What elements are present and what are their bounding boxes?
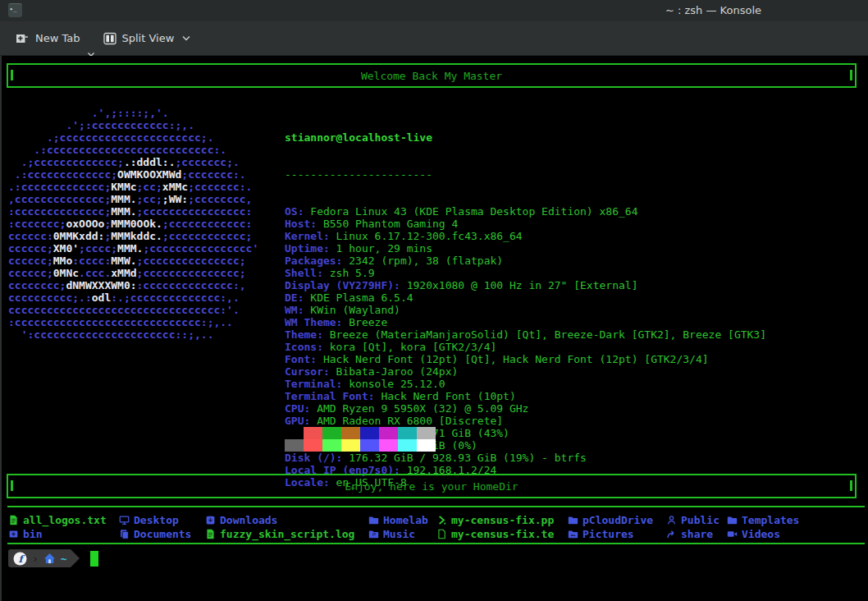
listing-item: Downloads (205, 513, 277, 526)
new-tab-button[interactable]: New Tab (15, 32, 80, 45)
info-value: 1 hour, 29 mins (330, 242, 432, 255)
info-value: 2342 (rpm), 38 (flatpak) (342, 255, 503, 267)
info-value: Breeze (342, 316, 387, 328)
listing-item: Videos (727, 527, 780, 540)
palette-row-normal (285, 427, 436, 439)
split-view-label: Split View (122, 32, 175, 44)
welcome-banner-text: Welcome Back My Master (361, 70, 502, 82)
prompt-segment: f › ~ (8, 549, 71, 567)
fedora-logo-icon: f (13, 552, 27, 566)
palette-swatch (379, 439, 398, 452)
listing-item-label: fuzzy_skin_script.log (220, 528, 354, 540)
info-line: Shell: zsh 5.9 (285, 267, 766, 279)
terminal-screen[interactable]: Welcome Back My Master .',;::::;,'. .';:… (0, 56, 868, 601)
chevron-down-icon[interactable] (181, 35, 191, 42)
listing-item-label: Music (383, 528, 415, 540)
info-line: DE: KDE Plasma 6.5.4 (285, 291, 766, 304)
palette-swatch (417, 427, 436, 439)
info-value: Hack Nerd Font (12pt) [Qt], Hack Nerd Fo… (317, 353, 708, 365)
listing-item: my-census-fix.pp (436, 513, 554, 526)
info-label: DE: (285, 291, 304, 304)
listing-item-label: Videos (742, 528, 780, 540)
info-label: Theme: (285, 328, 323, 341)
info-line: Icons: kora [Qt], kora [GTK2/3/4] (285, 341, 766, 353)
documents-icon (119, 529, 130, 539)
info-value: Fedora Linux 43 (KDE Plasma Desktop Edit… (304, 205, 637, 218)
ascii-art-line: ':cccccccccccccccccccccc::;,.. (8, 328, 258, 341)
ascii-art-line: .',;::::;,'. (8, 107, 258, 119)
folder-icon (368, 515, 379, 525)
listing-item: Public (666, 513, 720, 526)
folder-image-icon (568, 529, 578, 539)
ascii-art-line: ,cccccccccccccc;MMM.;cc;;WW:;cccccccc, (8, 193, 258, 205)
info-separator: ----------------------- (285, 168, 766, 181)
share-icon (666, 529, 677, 539)
file-icon (436, 529, 447, 539)
home-icon (43, 553, 56, 564)
listing-item: all_logos.txt (8, 513, 107, 526)
listing-item-label: bin (23, 528, 42, 540)
ascii-art-line: :ccccccc;oxOOOo;MMM0OOk.;cccccccccccc: (8, 218, 258, 230)
info-line: Host: B550 Phantom Gaming 4 (285, 218, 766, 230)
ascii-art-line: :ccccccccccccccccccccccccccccc:;,.. (8, 316, 258, 328)
info-label: Kernel: (285, 230, 330, 242)
palette-swatch (398, 439, 417, 452)
person-icon (666, 515, 677, 525)
listing-item-label: my-census-fix.pp (451, 514, 554, 526)
palette-swatch (341, 427, 360, 439)
info-label: Icons: (285, 341, 323, 353)
info-value: konsole 25.12.0 (342, 378, 445, 390)
terminal-cursor (90, 551, 98, 567)
terminal-color-palette (285, 427, 436, 452)
new-tab-label: New Tab (35, 32, 80, 44)
listing-item-label: Desktop (134, 514, 179, 526)
ascii-art: .',;::::;,'. .';:cccccccccccc:;,. .;cccc… (8, 107, 258, 341)
info-label: WM Theme: (285, 316, 342, 328)
info-value: B550 Phantom Gaming 4 (317, 218, 458, 230)
listing-top-rule (7, 506, 865, 507)
ascii-art-line: cccccc;0MNc.ccc.xMMd;ccccccccccccccc; (8, 267, 258, 279)
welcome-banner: Welcome Back My Master (7, 63, 857, 88)
shell-prompt: f › ~ (8, 549, 98, 567)
listing-item: Pictures (568, 527, 634, 540)
banner-right-tick (850, 480, 852, 491)
ascii-art-line: .;ccccccccccccc;.:dddl:.;ccccccc;. (8, 156, 258, 168)
listing-bottom-rule (7, 543, 865, 544)
file-text-icon (205, 529, 216, 539)
info-label: Host: (285, 218, 317, 230)
folder-music-icon (368, 529, 379, 539)
new-tab-icon (15, 32, 30, 45)
info-label: Cursor: (285, 365, 330, 378)
info-label: Terminal Font: (285, 390, 375, 402)
info-label: Packages: (285, 255, 342, 267)
info-label: Terminal: (285, 378, 342, 390)
listing-item-label: my-census-fix.te (451, 528, 554, 540)
palette-swatch (398, 427, 417, 439)
listing-item-label: share (681, 528, 713, 540)
listing-item: Documents (119, 527, 191, 540)
info-value: Bibata-Jaroo (24px) (330, 365, 459, 378)
info-label: GPU: (285, 415, 310, 427)
info-label: Font: (285, 353, 317, 365)
monitor-icon (119, 515, 130, 525)
split-view-button[interactable]: Split View (103, 32, 192, 45)
info-line: CPU: AMD Ryzen 9 5950X (32) @ 5.09 GHz (285, 402, 766, 415)
listing-item-label: Pictures (582, 528, 634, 540)
info-line: GPU: AMD Radeon RX 6800 [Discrete] (285, 415, 766, 427)
info-value: KDE Plasma 6.5.4 (304, 291, 413, 304)
info-line: Packages: 2342 (rpm), 38 (flatpak) (285, 255, 766, 267)
info-line: Uptime: 1 hour, 29 mins (285, 242, 766, 255)
info-value: kora [Qt], kora [GTK2/3/4] (323, 341, 496, 353)
info-value: KWin (Wayland) (304, 304, 400, 316)
info-label: Display (VY279HF): (285, 279, 400, 291)
listing-item-label: Public (681, 514, 720, 526)
info-value: Linux 6.17.12-300.fc43.x86_64 (330, 230, 523, 242)
file-text-icon (8, 515, 19, 525)
listing-item-label: Documents (134, 528, 191, 540)
ascii-art-line: ccccccccccccccccccccccccccccccccc:'. (8, 304, 258, 316)
info-value: zsh 5.9 (323, 267, 375, 279)
palette-swatch (304, 427, 322, 439)
ascii-art-line: cccccc;XM0';cccc;MMM.;cccccccccccccccc' (8, 242, 258, 255)
palette-swatch (417, 439, 436, 452)
info-label: WM: (285, 304, 304, 316)
